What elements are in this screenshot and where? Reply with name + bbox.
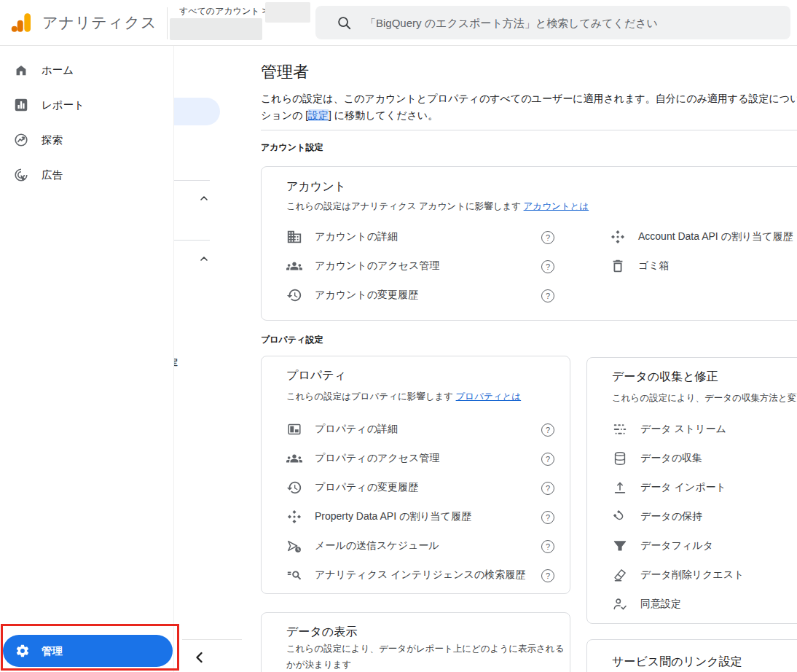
sidebar-item-advertising[interactable]: 広告 [0,159,173,191]
divider [173,240,210,241]
card-title: サービス間のリンク設定 [612,655,742,670]
chevron-up-icon[interactable] [198,253,210,265]
sidebar-item-admin[interactable]: 管理 [3,635,173,667]
search-input[interactable] [364,16,760,30]
breadcrumb[interactable]: すべてのアカウント > [179,5,267,17]
sidebar: ホーム レポート 探索 広告 [0,45,174,672]
data-import-item[interactable]: データ インポート [612,473,797,502]
property-card: プロパティ これらの設定はプロパティに影響します プロパティとは プロパティの詳… [261,356,570,594]
what-is-property-link[interactable]: プロパティとは [456,391,522,402]
search-bar[interactable] [315,6,790,39]
search-icon [336,15,352,31]
card-subtitle-line2: かが決まります [286,659,351,671]
history-icon [286,480,302,496]
gear-icon [15,644,30,658]
admin-description-line2: ションの [設定] に移動してください。 [261,109,797,122]
card-title: データの収集と修正 [612,370,718,385]
card-subtitle-line1: これらの設定により、データがレポート上にどのように表示される [286,643,564,655]
account-access-item[interactable]: アカウントのアクセス管理 [286,251,541,281]
help-icon[interactable]: ? [541,289,554,302]
api-quota-icon [610,229,626,245]
chevron-left-icon[interactable] [192,650,207,665]
divider [167,7,168,39]
analytics-admin-page: 定 管理者 これらの設定は、このアカウントとプロパティのすべてのユーザーに適用さ… [0,0,797,672]
explore-icon [13,132,29,148]
trash-icon [610,258,626,274]
help-icon[interactable]: ? [541,569,554,582]
sidebar-item-home[interactable]: ホーム [0,54,173,86]
admin-description-line1: これらの設定は、このアカウントとプロパティのすべてのユーザーに適用されます。自分… [261,93,797,106]
analytics-logo-icon[interactable] [10,11,34,34]
card-title: アカウント [286,179,346,195]
card-subtitle: これらの設定はアナリティクス アカウントに影響します アカウントとは [286,200,589,213]
upload-icon [612,480,628,496]
divider [182,639,242,640]
schedule-send-icon [286,538,302,554]
reports-icon [13,97,29,113]
search-history-icon [286,567,302,583]
help-icon[interactable]: ? [541,482,554,495]
divider [261,130,797,130]
sidebar-item-explore[interactable]: 探索 [0,124,173,156]
property-history-item[interactable]: プロパティの変更履歴 [286,473,541,502]
account-card: アカウント これらの設定はアナリティクス アカウントに影響します アカウントとは… [261,166,797,321]
property-details-icon [286,421,302,437]
settings-link[interactable]: 設定 [308,109,329,121]
building-icon [286,229,302,245]
card-title: プロパティ [286,368,346,383]
redacted-property-name[interactable] [265,2,310,23]
property-settings-section-label: プロパティ設定 [261,334,323,346]
data-deletion-item[interactable]: データ削除リクエスト [612,560,797,590]
data-display-card: データの表示 これらの設定により、データがレポート上にどのように表示される かが… [261,612,570,672]
data-retention-item[interactable]: データの保持 [612,502,797,531]
what-is-account-link[interactable]: アカウントとは [524,201,589,211]
history-icon [286,287,302,303]
data-stream-icon [612,421,628,437]
data-collection-item[interactable]: データの収集 [612,444,797,473]
sidebar-item-reports[interactable]: レポート [0,89,173,121]
help-icon[interactable]: ? [541,231,554,244]
help-icon[interactable]: ? [541,453,554,466]
top-bar: アナリティクス すべてのアカウント > [0,0,797,46]
data-filters-item[interactable]: データフィルタ [612,531,797,560]
eraser-icon [612,567,628,583]
card-title: データの表示 [286,625,357,640]
magnet-icon [612,509,628,525]
people-group-icon [286,258,302,274]
people-group-icon [286,450,302,466]
chevron-up-icon[interactable] [198,192,210,204]
divider [173,180,210,181]
product-name[interactable]: アナリティクス [42,12,157,33]
database-icon [612,450,628,466]
property-details-item[interactable]: プロパティの詳細 [286,415,541,444]
data-collection-card: データの収集と修正 これらの設定により、データの収集方法と変更方 データ ストリ… [586,357,797,624]
api-quota-icon [286,509,302,525]
trash-item[interactable]: ゴミ箱 [610,251,797,281]
intelligence-search-history-item[interactable]: アナリティクス インテリジェンスの検索履歴 [286,560,541,590]
account-settings-section-label: アカウント設定 [261,141,323,154]
property-api-quota-item[interactable]: Property Data API の割り当て履歴 [286,502,541,531]
help-icon[interactable]: ? [541,540,554,553]
filter-icon [612,538,628,554]
person-check-icon [612,596,628,612]
card-subtitle: これらの設定により、データの収集方法と変更方 [612,392,797,405]
help-icon[interactable]: ? [541,511,554,524]
property-access-item[interactable]: プロパティのアクセス管理 [286,444,541,473]
help-icon[interactable]: ? [541,423,554,437]
card-subtitle: これらの設定はプロパティに影響します プロパティとは [286,391,521,403]
page-title: 管理者 [261,61,309,83]
ads-icon [13,167,29,183]
help-icon[interactable]: ? [541,260,554,273]
account-api-quota-item[interactable]: Account Data API の割り当て履歴 [610,222,797,251]
service-linking-card: サービス間のリンク設定 これらの設定により、 [586,639,797,672]
redacted-account-name[interactable] [170,18,262,40]
data-streams-item[interactable]: データ ストリーム [612,415,797,444]
email-schedule-item[interactable]: メールの送信スケジュール [286,531,541,560]
consent-settings-item[interactable]: 同意設定 [612,590,797,619]
account-details-item[interactable]: アカウントの詳細 [286,222,541,251]
account-history-item[interactable]: アカウントの変更履歴 [286,281,541,310]
home-icon [13,62,29,78]
